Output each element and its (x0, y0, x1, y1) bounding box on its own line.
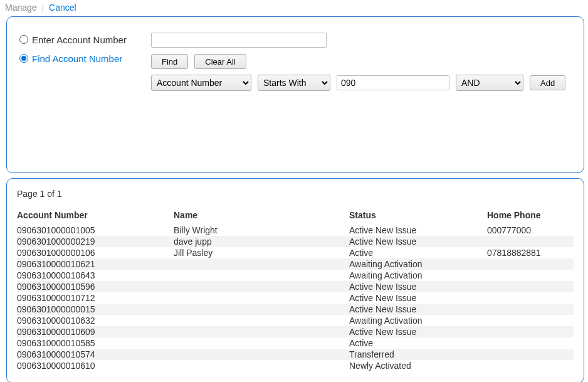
cell-phone (487, 292, 574, 304)
controls-column: Find Clear All Account Number Starts Wit… (151, 31, 571, 159)
field-select[interactable]: Account Number (151, 75, 251, 91)
cell-acct: 0906310000010621 (17, 258, 174, 270)
table-header-row: Account Number Name Status Home Phone (17, 208, 574, 225)
cell-acct: 0906310000010574 (17, 349, 174, 360)
cell-acct: 0906310000010643 (17, 270, 174, 281)
cell-name (174, 304, 349, 315)
col-status[interactable]: Status (349, 208, 487, 225)
manage-link[interactable]: Manage (5, 3, 37, 13)
cell-status: Active New Issue (349, 292, 487, 304)
cell-phone (487, 315, 574, 326)
cell-name (174, 337, 349, 349)
table-row[interactable]: 0906301000000219dave juppActive New Issu… (17, 236, 574, 247)
cell-name: Jill Pasley (174, 247, 349, 258)
table-row[interactable]: 0906301000000015Active New Issue (17, 304, 574, 315)
add-filter-button[interactable]: Add (530, 75, 565, 90)
radio-enter-account[interactable]: Enter Account Number (19, 31, 151, 48)
divider: | (41, 3, 44, 13)
cell-name: dave jupp (174, 236, 349, 247)
account-number-input[interactable] (151, 33, 327, 48)
cell-name (174, 292, 349, 304)
cell-name (174, 326, 349, 337)
cell-acct: 0906301000000106 (17, 247, 174, 258)
table-row[interactable]: 0906310000010643Awaiting Activation (17, 270, 574, 281)
cell-status: Transferred (349, 349, 487, 360)
radio-group: Enter Account Number Find Account Number (19, 31, 151, 159)
radio-find-account[interactable]: Find Account Number (19, 50, 151, 67)
col-account-number[interactable]: Account Number (17, 208, 174, 225)
col-home-phone[interactable]: Home Phone (487, 208, 574, 225)
cell-acct: 0906310000010596 (17, 281, 174, 292)
cell-phone (487, 304, 574, 315)
cell-phone: 000777000 (487, 225, 574, 236)
table-row[interactable]: 0906301000001005Billy WrightActive New I… (17, 225, 574, 236)
cell-name (174, 315, 349, 326)
cell-status: Active New Issue (349, 326, 487, 337)
results-panel: Page 1 of 1 Account Number Name Status H… (6, 178, 584, 382)
radio-icon (19, 35, 28, 44)
filter-row: Account Number Starts With AND Add (151, 73, 571, 92)
cell-status: Newly Activated (349, 360, 487, 371)
cell-status: Active (349, 247, 487, 258)
find-button[interactable]: Find (151, 54, 188, 69)
breadcrumb: Manage | Cancel (0, 0, 588, 16)
clear-all-button[interactable]: Clear All (194, 54, 246, 69)
cell-name (174, 258, 349, 270)
table-row[interactable]: 0906301000000106Jill PasleyActive0781888… (17, 247, 574, 258)
cancel-link[interactable]: Cancel (49, 3, 76, 13)
cell-acct: 0906310000010610 (17, 360, 174, 371)
filter-value-input[interactable] (337, 75, 449, 90)
table-row[interactable]: 0906310000010621Awaiting Activation (17, 258, 574, 270)
boolean-select[interactable]: AND (456, 75, 523, 91)
cell-phone (487, 349, 574, 360)
table-row[interactable]: 0906310000010585Active (17, 337, 574, 349)
cell-status: Active New Issue (349, 225, 487, 236)
table-row[interactable]: 0906310000010574Transferred (17, 349, 574, 360)
cell-phone (487, 326, 574, 337)
radio-enter-label: Enter Account Number (32, 34, 127, 45)
cell-phone: 07818882881 (487, 247, 574, 258)
cell-acct: 0906310000010585 (17, 337, 174, 349)
radio-icon (19, 54, 28, 63)
cell-status: Active New Issue (349, 304, 487, 315)
cell-acct: 0906310000010632 (17, 315, 174, 326)
radio-find-label: Find Account Number (32, 53, 122, 64)
account-input-row (151, 31, 571, 50)
operator-select[interactable]: Starts With (258, 75, 330, 91)
search-panel: Enter Account Number Find Account Number… (6, 16, 584, 173)
cell-phone (487, 281, 574, 292)
cell-status: Active New Issue (349, 236, 487, 247)
results-table: Account Number Name Status Home Phone 09… (17, 208, 574, 371)
table-row[interactable]: 0906310000010609Active New Issue (17, 326, 574, 337)
table-row[interactable]: 0906310000010712Active New Issue (17, 292, 574, 304)
cell-acct: 0906310000010609 (17, 326, 174, 337)
cell-phone (487, 236, 574, 247)
cell-acct: 0906310000010712 (17, 292, 174, 304)
page-info: Page 1 of 1 (17, 189, 574, 199)
table-row[interactable]: 0906310000010610Newly Activated (17, 360, 574, 371)
table-row[interactable]: 0906310000010632Awaiting Activation (17, 315, 574, 326)
cell-name (174, 349, 349, 360)
cell-status: Active New Issue (349, 281, 487, 292)
cell-phone (487, 337, 574, 349)
cell-phone (487, 360, 574, 371)
cell-phone (487, 258, 574, 270)
cell-name: Billy Wright (174, 225, 349, 236)
cell-status: Awaiting Activation (349, 270, 487, 281)
cell-acct: 0906301000000219 (17, 236, 174, 247)
cell-status: Active (349, 337, 487, 349)
cell-phone (487, 270, 574, 281)
cell-acct: 0906301000000015 (17, 304, 174, 315)
cell-name (174, 281, 349, 292)
cell-name (174, 360, 349, 371)
cell-name (174, 270, 349, 281)
cell-status: Awaiting Activation (349, 315, 487, 326)
col-name[interactable]: Name (174, 208, 349, 225)
cell-status: Awaiting Activation (349, 258, 487, 270)
action-buttons-row: Find Clear All (151, 52, 571, 71)
cell-acct: 0906301000001005 (17, 225, 174, 236)
table-row[interactable]: 0906310000010596Active New Issue (17, 281, 574, 292)
